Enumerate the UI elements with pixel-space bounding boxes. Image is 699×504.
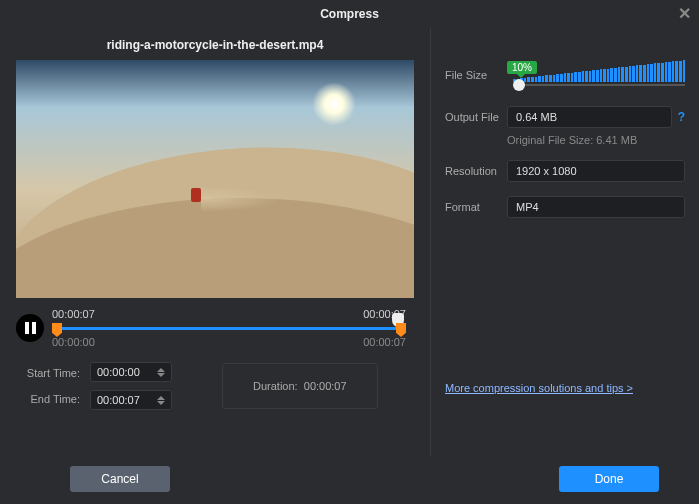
- start-time-value: 00:00:00: [97, 366, 140, 378]
- resolution-value: 1920 x 1080: [516, 165, 577, 177]
- start-time-label: Start Time:: [16, 367, 80, 379]
- resolution-label: Resolution: [445, 165, 507, 177]
- format-value: MP4: [516, 201, 539, 213]
- format-label: Format: [445, 201, 507, 213]
- pause-icon: [25, 322, 36, 334]
- more-tips-link[interactable]: More compression solutions and tips >: [445, 382, 633, 394]
- duration-display: Duration: 00:00:07: [222, 363, 378, 409]
- filesize-label: File Size: [445, 69, 507, 81]
- current-time: 00:00:07: [52, 308, 95, 320]
- output-label: Output File: [445, 111, 507, 123]
- filesize-thumb[interactable]: [513, 79, 525, 91]
- output-file-field[interactable]: 0.64 MB: [507, 106, 672, 128]
- dialog-title: Compress: [320, 7, 379, 21]
- close-icon[interactable]: ✕: [678, 4, 691, 23]
- original-size-hint: Original File Size: 6.41 MB: [507, 134, 685, 146]
- help-icon[interactable]: ?: [678, 110, 685, 124]
- timeline-track[interactable]: [52, 323, 406, 333]
- file-name: riding-a-motorcycle-in-the-desert.mp4: [16, 38, 414, 52]
- done-button[interactable]: Done: [559, 466, 659, 492]
- cancel-button[interactable]: Cancel: [70, 466, 170, 492]
- preview-panel: riding-a-motorcycle-in-the-desert.mp4 00…: [0, 28, 430, 456]
- video-preview[interactable]: [16, 60, 414, 298]
- resolution-select[interactable]: 1920 x 1080: [507, 160, 685, 182]
- filesize-percent-badge: 10%: [507, 61, 537, 74]
- end-time-stepper[interactable]: [157, 396, 165, 405]
- start-time-input[interactable]: 00:00:00: [90, 362, 172, 382]
- end-time-input[interactable]: 00:00:07: [90, 390, 172, 410]
- filesize-slider[interactable]: 10%: [507, 58, 685, 92]
- duration-label: Duration:: [253, 380, 298, 392]
- end-time-value: 00:00:07: [97, 394, 140, 406]
- format-select[interactable]: MP4: [507, 196, 685, 218]
- trim-start-handle[interactable]: [52, 323, 62, 337]
- settings-panel: File Size 10% Output File 0.64 MB ? Orig…: [430, 28, 699, 456]
- scale-end: 00:00:07: [363, 336, 406, 348]
- output-file-value: 0.64 MB: [516, 111, 557, 123]
- pause-button[interactable]: [16, 314, 44, 342]
- start-time-stepper[interactable]: [157, 368, 165, 377]
- duration-value: 00:00:07: [304, 380, 347, 392]
- title-bar: Compress ✕: [0, 0, 699, 28]
- trim-end-handle[interactable]: [396, 323, 406, 337]
- scale-start: 00:00:00: [52, 336, 95, 348]
- end-time-label: End Time:: [16, 393, 80, 405]
